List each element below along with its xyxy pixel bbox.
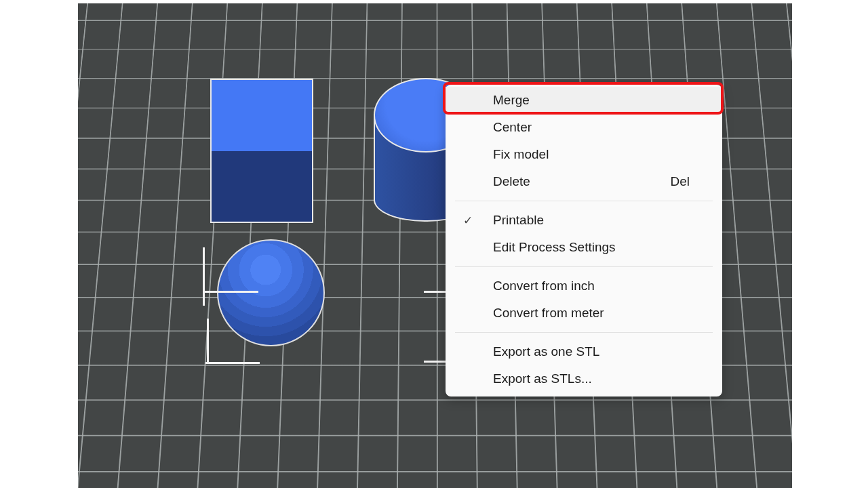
context-menu: MergeCenterFix modelDeleteDel✓PrintableE…	[446, 85, 722, 396]
menu-item-fix-model[interactable]: Fix model	[446, 141, 722, 168]
menu-item-label: Export as one STL	[493, 344, 599, 359]
menu-item-delete[interactable]: DeleteDel	[446, 168, 722, 195]
menu-item-shortcut: Del	[670, 174, 690, 189]
menu-item-label: Fix model	[493, 147, 549, 162]
menu-separator	[455, 332, 713, 333]
menu-item-convert-from-meter[interactable]: Convert from meter	[446, 300, 722, 327]
menu-item-center[interactable]: Center	[446, 114, 722, 141]
menu-item-label: Printable	[493, 213, 544, 228]
selection-bracket-line	[205, 362, 260, 364]
menu-item-label: Convert from meter	[493, 306, 604, 321]
menu-item-export-as-stls[interactable]: Export as STLs...	[446, 365, 722, 392]
selection-bracket-line	[203, 247, 205, 306]
menu-item-label: Merge	[493, 93, 530, 108]
menu-item-export-as-one-stl[interactable]: Export as one STL	[446, 338, 722, 365]
menu-item-merge[interactable]: Merge	[446, 87, 722, 114]
menu-item-label: Export as STLs...	[493, 371, 592, 386]
cube-object[interactable]	[210, 79, 313, 223]
menu-item-printable[interactable]: ✓Printable	[446, 207, 722, 234]
menu-separator	[455, 201, 713, 201]
menu-item-label: Edit Process Settings	[493, 240, 616, 255]
menu-item-label: Delete	[493, 174, 530, 189]
selection-bracket-line	[203, 291, 258, 293]
selection-bracket-line	[207, 319, 209, 364]
menu-item-label: Center	[493, 120, 532, 135]
selection-bracket-line	[424, 291, 448, 293]
menu-item-convert-from-inch[interactable]: Convert from inch	[446, 272, 722, 300]
checkmark-icon: ✓	[460, 214, 475, 228]
menu-item-edit-process-settings[interactable]: Edit Process Settings	[446, 234, 722, 261]
sphere-object[interactable]	[217, 239, 325, 346]
app-root: { "scene": { "background_color": "#43464…	[0, 0, 868, 488]
selection-bracket-line	[424, 361, 448, 363]
menu-item-label: Convert from inch	[493, 279, 595, 293]
menu-separator	[455, 266, 713, 267]
3d-viewport[interactable]: MergeCenterFix modelDeleteDel✓PrintableE…	[78, 3, 792, 488]
